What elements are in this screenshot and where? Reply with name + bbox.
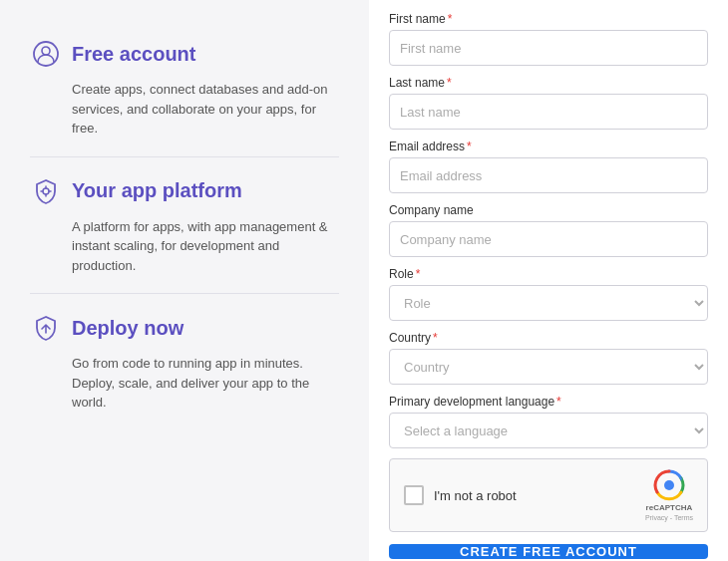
first-name-label: First name* [389,12,708,26]
first-name-required: * [448,12,453,26]
role-select[interactable]: Role Developer Designer Manager Other [389,285,708,321]
feature-header-deploy-now: Deploy now [30,312,339,344]
person-circle-icon [30,38,62,70]
captcha-left: I'm not a robot [404,485,517,505]
feature-title-app-platform: Your app platform [72,179,242,202]
company-label: Company name [389,203,708,217]
signup-form: First name* Last name* Email address* Co… [369,0,728,561]
recaptcha-icon [653,469,685,501]
feature-desc-free-account: Create apps, connect databases and add-o… [30,80,339,139]
shield-gear-icon [30,175,62,207]
last-name-group: Last name* [389,76,708,130]
feature-app-platform: Your app platform A platform for apps, w… [30,157,339,295]
feature-header-free-account: Free account [30,38,339,70]
language-required: * [556,395,561,409]
captcha-container: I'm not a robot reCAPTCHA Privacy - Term… [389,458,708,532]
svg-point-2 [43,188,49,194]
feature-desc-deploy-now: Go from code to running app in minutes. … [30,354,339,413]
create-account-button[interactable]: CREATE FREE ACCOUNT [389,544,708,559]
recaptcha-links: Privacy - Terms [645,514,693,521]
company-input[interactable] [389,221,708,257]
country-group: Country* Country United States United Ki… [389,331,708,385]
email-required: * [467,140,472,153]
captcha-label: I'm not a robot [434,488,517,503]
feature-header-app-platform: Your app platform [30,175,339,207]
language-label: Primary development language* [389,395,708,409]
country-required: * [433,331,438,345]
feature-deploy-now: Deploy now Go from code to running app i… [30,294,339,430]
company-group: Company name [389,203,708,257]
upload-arrow-icon [30,312,62,344]
left-panel: Free account Create apps, connect databa… [0,0,369,561]
email-group: Email address* [389,140,708,193]
last-name-required: * [447,76,452,90]
country-label: Country* [389,331,708,345]
feature-desc-app-platform: A platform for apps, with app management… [30,217,339,276]
role-required: * [416,267,421,281]
first-name-group: First name* [389,12,708,66]
email-label: Email address* [389,140,708,153]
role-group: Role* Role Developer Designer Manager Ot… [389,267,708,321]
captcha-checkbox[interactable] [404,485,424,505]
language-select[interactable]: Select a language JavaScript Python Ruby… [389,413,708,448]
first-name-input[interactable] [389,30,708,66]
country-select[interactable]: Country United States United Kingdom Can… [389,349,708,385]
svg-point-1 [42,47,50,55]
email-input[interactable] [389,157,708,193]
captcha-right: reCAPTCHA Privacy - Terms [645,469,693,521]
last-name-input[interactable] [389,94,708,130]
feature-title-deploy-now: Deploy now [72,317,183,340]
feature-free-account: Free account Create apps, connect databa… [30,20,339,157]
svg-point-3 [664,480,674,490]
recaptcha-brand: reCAPTCHA [646,503,693,512]
last-name-label: Last name* [389,76,708,90]
feature-title-free-account: Free account [72,43,195,66]
language-group: Primary development language* Select a l… [389,395,708,448]
role-label: Role* [389,267,708,281]
